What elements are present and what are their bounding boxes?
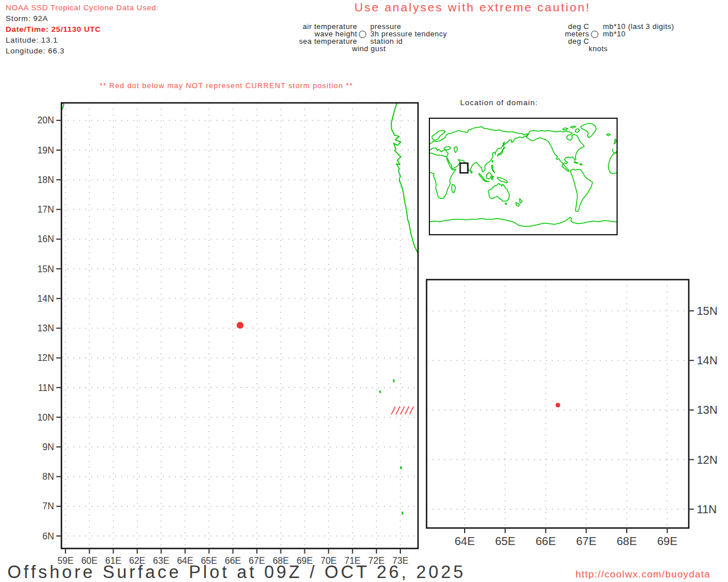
lat-tick-label: 14N — [38, 294, 54, 304]
buoy-plot-page: 6N7N8N9N10N11N12N13N14N15N16N17N18N19N20… — [0, 0, 728, 582]
hatch-mark — [396, 406, 400, 414]
data-source-line: NOAA SSD Tropical Cyclone Data Used: — [6, 4, 159, 12]
lon-tick-label: 69E — [657, 535, 677, 547]
coastline — [444, 147, 451, 150]
datetime-line: Date/Time: 25/1130 UTC — [6, 26, 101, 34]
lat-tick-label: 17N — [38, 205, 54, 214]
lat-tick-label: 13N — [697, 404, 718, 416]
coastline — [574, 161, 578, 163]
lat-tick-label: 18N — [38, 175, 54, 185]
coastline — [608, 152, 617, 174]
island-mark — [380, 390, 380, 393]
coastline — [497, 177, 507, 183]
station-circle-icon — [359, 31, 366, 38]
hatch-mark — [400, 406, 404, 414]
page-title: Offshore Surface Plot at 09Z / OCT 26, 2… — [7, 563, 466, 582]
latitude-line: Latitude: 13.1 — [6, 36, 58, 44]
world-map — [429, 118, 617, 235]
coastline — [391, 102, 421, 257]
coastline — [470, 171, 472, 173]
coastline — [486, 173, 491, 179]
lat-tick-label: 7N — [43, 501, 54, 511]
lat-tick-label: 12N — [38, 353, 54, 363]
storm-position-dot — [237, 322, 243, 329]
lat-tick-label: 15N — [38, 264, 54, 274]
coastline — [491, 176, 494, 180]
coastline — [576, 128, 580, 132]
lon-tick-label: 66E — [536, 535, 556, 547]
hatch-mark — [405, 406, 409, 414]
zoom-map: 11N12N13N14N15N64E65E66E67E68E69E — [427, 280, 718, 547]
coastline — [491, 165, 495, 173]
main-map: 6N7N8N9N10N11N12N13N14N15N16N17N18N19N20… — [38, 99, 421, 565]
storm-position-dot — [556, 403, 560, 408]
coastline — [479, 173, 485, 181]
lat-tick-label: 13N — [38, 323, 54, 333]
coastline — [452, 184, 455, 193]
hatch-mark — [410, 406, 413, 414]
coastline — [505, 203, 507, 204]
unit-knots: knots — [589, 45, 608, 53]
coastline — [489, 184, 510, 201]
lon-tick-label: 64E — [454, 535, 475, 547]
lon-tick-label: 65E — [495, 535, 515, 547]
lat-tick-label: 10N — [38, 413, 54, 422]
storm-position-note: ** Red dot below may NOT represent CURRE… — [100, 82, 353, 90]
coastline — [484, 180, 489, 181]
caution-headline: Use analyses with extreme caution! — [354, 1, 590, 14]
lat-tick-label: 20N — [38, 115, 54, 125]
unit-mb10: mb*10 — [603, 30, 626, 38]
hatch-mark — [391, 406, 395, 414]
site-url-link[interactable]: http://coolwx.com/buoydata — [576, 569, 710, 580]
coastline — [429, 158, 456, 199]
lat-tick-label: 6N — [43, 531, 54, 541]
island-mark — [402, 512, 403, 514]
coastline — [562, 128, 568, 130]
storm-id-line: Storm: 92A — [6, 15, 48, 23]
coastline — [526, 131, 585, 172]
lat-tick-label: 14N — [697, 354, 718, 367]
world-map-border — [429, 118, 617, 235]
coastline — [570, 169, 593, 211]
lat-tick-label: 15N — [697, 305, 718, 317]
lat-tick-label: 8N — [43, 472, 54, 481]
coastline — [492, 160, 493, 162]
lat-tick-label: 9N — [43, 442, 54, 452]
coastline — [581, 123, 597, 138]
domain-locator-box — [460, 163, 468, 173]
coastline — [614, 139, 617, 144]
coastline — [607, 134, 610, 136]
coastline — [580, 164, 582, 165]
lon-tick-label: 67E — [576, 535, 597, 547]
lat-tick-label: 12N — [697, 454, 718, 466]
lat-tick-label: 16N — [38, 234, 54, 244]
station-circle-icon — [591, 31, 598, 38]
coastline — [570, 126, 576, 128]
coastline — [429, 217, 617, 226]
coastline — [520, 198, 523, 203]
coastline — [503, 142, 504, 147]
legend-wind-gust: wind gust — [352, 45, 386, 53]
lat-tick-label: 11N — [38, 383, 54, 393]
coastline — [516, 202, 519, 206]
lon-tick-label: 68E — [617, 535, 637, 547]
lat-tick-label: 19N — [38, 146, 54, 155]
coastline — [454, 147, 457, 152]
longitude-line: Longitude: 66.3 — [6, 47, 65, 55]
legend-sea-temperature: sea temperature — [299, 38, 357, 45]
unit-deg-c-2: deg C — [568, 38, 589, 45]
inset-title: Location of domain: — [460, 99, 538, 107]
lat-tick-label: 11N — [697, 503, 717, 516]
